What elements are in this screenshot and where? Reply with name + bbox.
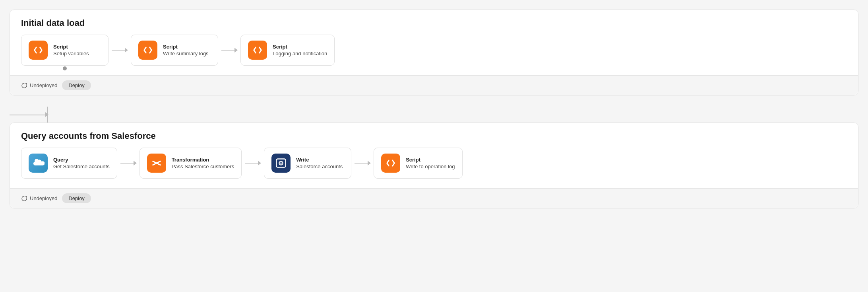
- salesforce-icon: [29, 154, 48, 173]
- connector-arrow-2: [242, 163, 264, 164]
- deploy-button[interactable]: Deploy: [62, 80, 91, 90]
- node-name-label: Logging and notification: [273, 51, 327, 56]
- connector-arrow-3: [351, 163, 374, 164]
- status-text: Undeployed: [30, 82, 57, 88]
- node-node-2-3[interactable]: WriteSalesforce accounts: [264, 148, 351, 179]
- connector-arrow-1: [108, 50, 131, 51]
- node-type-label: Script: [406, 157, 455, 163]
- pipeline-pipeline-1: Initial data load ScriptSetup variables …: [10, 10, 858, 95]
- node-node-2-1[interactable]: QueryGet Salesforce accounts: [21, 148, 117, 179]
- node-node-2-4[interactable]: ScriptWrite to operation log: [374, 148, 462, 179]
- node-name-label: Pass Salesforce customers: [172, 164, 234, 169]
- connector-horizontal-line: [10, 115, 47, 115]
- node-type-label: Query: [53, 157, 110, 163]
- node-text-node-2-2: TransformationPass Salesforce customers: [172, 157, 234, 169]
- connector-arrowhead: [45, 112, 48, 117]
- node-wrapper-node-2-4: ScriptWrite to operation log: [374, 148, 462, 179]
- pipeline-2-wrapper: Query accounts from Salesforce QueryGet …: [10, 123, 858, 208]
- node-text-node-2-1: QueryGet Salesforce accounts: [53, 157, 110, 169]
- write-icon: [271, 154, 291, 173]
- node-text-node-1-3: ScriptLogging and notification: [273, 44, 327, 56]
- undeployed-icon: [21, 82, 27, 89]
- svg-point-4: [280, 162, 282, 164]
- node-node-2-2[interactable]: TransformationPass Salesforce customers: [140, 148, 242, 179]
- pipeline-footer: UndeployedDeploy: [10, 75, 858, 95]
- node-type-label: Script: [163, 44, 209, 50]
- pipeline-nodes: ScriptSetup variables ScriptWrite summar…: [10, 35, 858, 75]
- script-icon: [381, 154, 400, 173]
- transformation-icon: [147, 154, 166, 173]
- node-text-node-2-4: ScriptWrite to operation log: [406, 157, 455, 169]
- node-wrapper-node-1-1: ScriptSetup variables: [21, 35, 108, 66]
- node-wrapper-node-1-2: ScriptWrite summary logs: [131, 35, 218, 66]
- node-wrapper-node-1-3: ScriptLogging and notification: [240, 35, 335, 66]
- node-wrapper-node-2-3: WriteSalesforce accounts: [264, 148, 351, 179]
- undeployed-icon: [21, 195, 27, 202]
- node-text-node-1-1: ScriptSetup variables: [53, 44, 89, 56]
- node-type-label: Script: [53, 44, 89, 50]
- connector-arrow-1: [117, 163, 140, 164]
- status-text: Undeployed: [30, 195, 57, 201]
- pipeline-footer: UndeployedDeploy: [10, 188, 858, 208]
- node-node-1-3[interactable]: ScriptLogging and notification: [240, 35, 335, 66]
- connector-dot: [63, 66, 67, 70]
- node-node-1-1[interactable]: ScriptSetup variables: [21, 35, 108, 66]
- node-type-label: Script: [273, 44, 327, 50]
- pipeline-connector: [10, 107, 858, 123]
- node-name-label: Write to operation log: [406, 164, 455, 169]
- pipeline-nodes: QueryGet Salesforce accounts Transformat…: [10, 148, 858, 188]
- script-icon: [138, 41, 157, 60]
- script-icon: [248, 41, 267, 60]
- connector-arrow-2: [218, 50, 240, 51]
- node-node-1-2[interactable]: ScriptWrite summary logs: [131, 35, 218, 66]
- pipeline-pipeline-2: Query accounts from Salesforce QueryGet …: [10, 123, 858, 208]
- node-type-label: Write: [296, 157, 343, 163]
- node-name-label: Salesforce accounts: [296, 164, 343, 169]
- node-name-label: Setup variables: [53, 51, 89, 56]
- pipeline-title: Initial data load: [10, 10, 858, 35]
- node-name-label: Write summary logs: [163, 51, 209, 56]
- script-icon: [29, 41, 48, 60]
- node-type-label: Transformation: [172, 157, 234, 163]
- node-text-node-2-3: WriteSalesforce accounts: [296, 157, 343, 169]
- node-wrapper-node-2-2: TransformationPass Salesforce customers: [140, 148, 242, 179]
- node-text-node-1-2: ScriptWrite summary logs: [163, 44, 209, 56]
- deploy-button[interactable]: Deploy: [62, 193, 91, 203]
- pipeline-title: Query accounts from Salesforce: [10, 123, 858, 148]
- node-wrapper-node-2-1: QueryGet Salesforce accounts: [21, 148, 117, 179]
- node-name-label: Get Salesforce accounts: [53, 164, 110, 169]
- status-indicator: Undeployed: [21, 82, 57, 89]
- status-indicator: Undeployed: [21, 195, 57, 202]
